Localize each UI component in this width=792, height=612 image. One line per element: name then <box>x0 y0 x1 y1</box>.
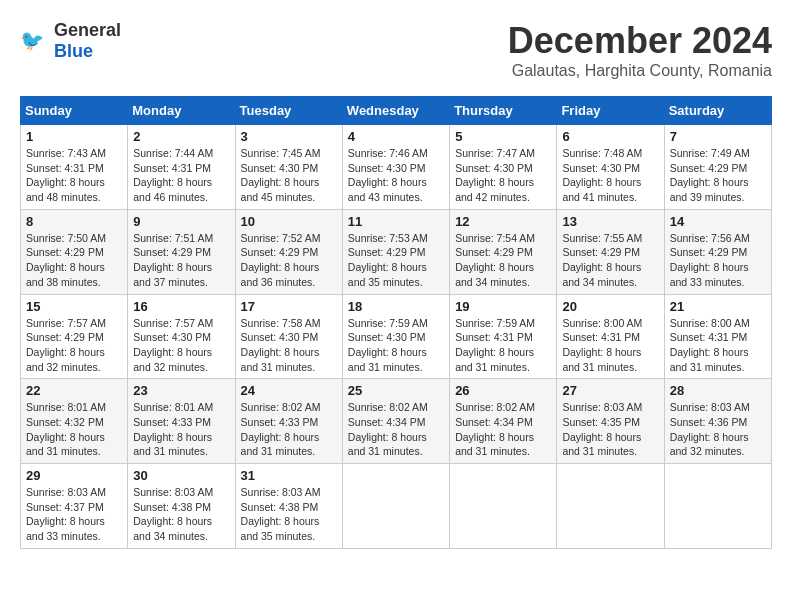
day-number: 14 <box>670 214 766 229</box>
svg-text:🐦: 🐦 <box>20 28 45 52</box>
day-number: 12 <box>455 214 551 229</box>
calendar-cell: 16Sunrise: 7:57 AMSunset: 4:30 PMDayligh… <box>128 294 235 379</box>
calendar-cell <box>664 464 771 549</box>
calendar-cell: 13Sunrise: 7:55 AMSunset: 4:29 PMDayligh… <box>557 209 664 294</box>
calendar-cell: 22Sunrise: 8:01 AMSunset: 4:32 PMDayligh… <box>21 379 128 464</box>
calendar-cell: 3Sunrise: 7:45 AMSunset: 4:30 PMDaylight… <box>235 125 342 210</box>
day-info: Sunrise: 7:53 AMSunset: 4:29 PMDaylight:… <box>348 231 444 290</box>
day-info: Sunrise: 8:02 AMSunset: 4:34 PMDaylight:… <box>348 400 444 459</box>
logo-icon: 🐦 <box>20 26 50 56</box>
day-header-tuesday: Tuesday <box>235 97 342 125</box>
day-info: Sunrise: 7:57 AMSunset: 4:30 PMDaylight:… <box>133 316 229 375</box>
title-block: December 2024 Galautas, Harghita County,… <box>508 20 772 80</box>
calendar-cell: 1Sunrise: 7:43 AMSunset: 4:31 PMDaylight… <box>21 125 128 210</box>
day-info: Sunrise: 8:02 AMSunset: 4:33 PMDaylight:… <box>241 400 337 459</box>
calendar-cell: 19Sunrise: 7:59 AMSunset: 4:31 PMDayligh… <box>450 294 557 379</box>
day-number: 4 <box>348 129 444 144</box>
day-info: Sunrise: 7:48 AMSunset: 4:30 PMDaylight:… <box>562 146 658 205</box>
day-info: Sunrise: 7:57 AMSunset: 4:29 PMDaylight:… <box>26 316 122 375</box>
day-number: 30 <box>133 468 229 483</box>
calendar-cell: 23Sunrise: 8:01 AMSunset: 4:33 PMDayligh… <box>128 379 235 464</box>
calendar-cell: 31Sunrise: 8:03 AMSunset: 4:38 PMDayligh… <box>235 464 342 549</box>
calendar-week-3: 15Sunrise: 7:57 AMSunset: 4:29 PMDayligh… <box>21 294 772 379</box>
page-header: 🐦 General Blue December 2024 Galautas, H… <box>20 20 772 80</box>
calendar-cell: 18Sunrise: 7:59 AMSunset: 4:30 PMDayligh… <box>342 294 449 379</box>
day-info: Sunrise: 8:01 AMSunset: 4:33 PMDaylight:… <box>133 400 229 459</box>
day-info: Sunrise: 7:52 AMSunset: 4:29 PMDaylight:… <box>241 231 337 290</box>
calendar-cell: 4Sunrise: 7:46 AMSunset: 4:30 PMDaylight… <box>342 125 449 210</box>
calendar-cell: 15Sunrise: 7:57 AMSunset: 4:29 PMDayligh… <box>21 294 128 379</box>
day-header-wednesday: Wednesday <box>342 97 449 125</box>
day-info: Sunrise: 7:50 AMSunset: 4:29 PMDaylight:… <box>26 231 122 290</box>
day-number: 1 <box>26 129 122 144</box>
day-info: Sunrise: 7:44 AMSunset: 4:31 PMDaylight:… <box>133 146 229 205</box>
calendar-cell <box>342 464 449 549</box>
location-title: Galautas, Harghita County, Romania <box>508 62 772 80</box>
day-number: 11 <box>348 214 444 229</box>
day-info: Sunrise: 8:03 AMSunset: 4:35 PMDaylight:… <box>562 400 658 459</box>
day-number: 29 <box>26 468 122 483</box>
calendar-week-5: 29Sunrise: 8:03 AMSunset: 4:37 PMDayligh… <box>21 464 772 549</box>
calendar-cell: 20Sunrise: 8:00 AMSunset: 4:31 PMDayligh… <box>557 294 664 379</box>
calendar-cell: 30Sunrise: 8:03 AMSunset: 4:38 PMDayligh… <box>128 464 235 549</box>
month-title: December 2024 <box>508 20 772 62</box>
day-info: Sunrise: 7:59 AMSunset: 4:31 PMDaylight:… <box>455 316 551 375</box>
calendar-cell: 25Sunrise: 8:02 AMSunset: 4:34 PMDayligh… <box>342 379 449 464</box>
logo-general: General <box>54 20 121 40</box>
day-number: 16 <box>133 299 229 314</box>
day-info: Sunrise: 7:58 AMSunset: 4:30 PMDaylight:… <box>241 316 337 375</box>
day-header-saturday: Saturday <box>664 97 771 125</box>
calendar-cell <box>557 464 664 549</box>
calendar-cell: 7Sunrise: 7:49 AMSunset: 4:29 PMDaylight… <box>664 125 771 210</box>
day-info: Sunrise: 7:46 AMSunset: 4:30 PMDaylight:… <box>348 146 444 205</box>
day-number: 23 <box>133 383 229 398</box>
day-number: 5 <box>455 129 551 144</box>
day-number: 22 <box>26 383 122 398</box>
day-info: Sunrise: 7:56 AMSunset: 4:29 PMDaylight:… <box>670 231 766 290</box>
day-info: Sunrise: 8:00 AMSunset: 4:31 PMDaylight:… <box>670 316 766 375</box>
day-info: Sunrise: 8:03 AMSunset: 4:38 PMDaylight:… <box>133 485 229 544</box>
day-header-thursday: Thursday <box>450 97 557 125</box>
day-number: 28 <box>670 383 766 398</box>
day-info: Sunrise: 7:59 AMSunset: 4:30 PMDaylight:… <box>348 316 444 375</box>
day-info: Sunrise: 8:03 AMSunset: 4:36 PMDaylight:… <box>670 400 766 459</box>
logo: 🐦 General Blue <box>20 20 121 62</box>
calendar-cell: 14Sunrise: 7:56 AMSunset: 4:29 PMDayligh… <box>664 209 771 294</box>
calendar-table: SundayMondayTuesdayWednesdayThursdayFrid… <box>20 96 772 549</box>
day-header-sunday: Sunday <box>21 97 128 125</box>
calendar-cell: 9Sunrise: 7:51 AMSunset: 4:29 PMDaylight… <box>128 209 235 294</box>
calendar-cell: 8Sunrise: 7:50 AMSunset: 4:29 PMDaylight… <box>21 209 128 294</box>
day-number: 17 <box>241 299 337 314</box>
calendar-cell <box>450 464 557 549</box>
calendar-week-2: 8Sunrise: 7:50 AMSunset: 4:29 PMDaylight… <box>21 209 772 294</box>
calendar-cell: 6Sunrise: 7:48 AMSunset: 4:30 PMDaylight… <box>557 125 664 210</box>
day-info: Sunrise: 7:51 AMSunset: 4:29 PMDaylight:… <box>133 231 229 290</box>
calendar-cell: 24Sunrise: 8:02 AMSunset: 4:33 PMDayligh… <box>235 379 342 464</box>
calendar-cell: 27Sunrise: 8:03 AMSunset: 4:35 PMDayligh… <box>557 379 664 464</box>
day-info: Sunrise: 7:54 AMSunset: 4:29 PMDaylight:… <box>455 231 551 290</box>
calendar-cell: 21Sunrise: 8:00 AMSunset: 4:31 PMDayligh… <box>664 294 771 379</box>
day-info: Sunrise: 7:47 AMSunset: 4:30 PMDaylight:… <box>455 146 551 205</box>
day-info: Sunrise: 8:00 AMSunset: 4:31 PMDaylight:… <box>562 316 658 375</box>
day-number: 9 <box>133 214 229 229</box>
day-info: Sunrise: 7:43 AMSunset: 4:31 PMDaylight:… <box>26 146 122 205</box>
day-info: Sunrise: 7:45 AMSunset: 4:30 PMDaylight:… <box>241 146 337 205</box>
day-number: 13 <box>562 214 658 229</box>
day-number: 8 <box>26 214 122 229</box>
calendar-cell: 17Sunrise: 7:58 AMSunset: 4:30 PMDayligh… <box>235 294 342 379</box>
day-number: 20 <box>562 299 658 314</box>
day-info: Sunrise: 8:02 AMSunset: 4:34 PMDaylight:… <box>455 400 551 459</box>
day-number: 15 <box>26 299 122 314</box>
day-number: 10 <box>241 214 337 229</box>
day-info: Sunrise: 8:03 AMSunset: 4:37 PMDaylight:… <box>26 485 122 544</box>
calendar-cell: 10Sunrise: 7:52 AMSunset: 4:29 PMDayligh… <box>235 209 342 294</box>
calendar-cell: 26Sunrise: 8:02 AMSunset: 4:34 PMDayligh… <box>450 379 557 464</box>
day-number: 31 <box>241 468 337 483</box>
day-number: 18 <box>348 299 444 314</box>
calendar-cell: 12Sunrise: 7:54 AMSunset: 4:29 PMDayligh… <box>450 209 557 294</box>
day-number: 19 <box>455 299 551 314</box>
day-header-friday: Friday <box>557 97 664 125</box>
day-number: 25 <box>348 383 444 398</box>
calendar-cell: 11Sunrise: 7:53 AMSunset: 4:29 PMDayligh… <box>342 209 449 294</box>
calendar-cell: 28Sunrise: 8:03 AMSunset: 4:36 PMDayligh… <box>664 379 771 464</box>
